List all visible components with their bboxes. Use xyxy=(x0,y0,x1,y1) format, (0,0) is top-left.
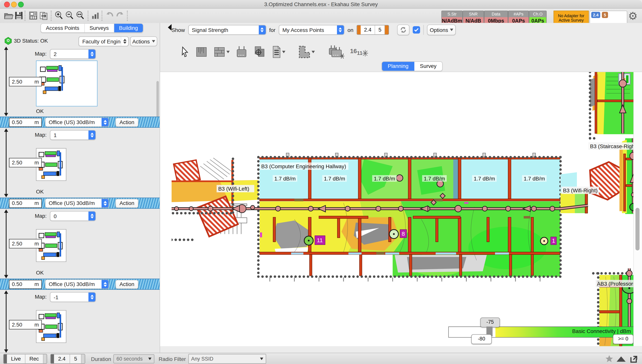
band-5-button[interactable]: 5 xyxy=(70,354,81,363)
stepper-icon[interactable] xyxy=(88,130,95,140)
map-select-value: 2 xyxy=(50,51,88,57)
actions-button[interactable]: Actions xyxy=(130,36,157,46)
wall-tool[interactable] xyxy=(213,46,230,58)
auto-refresh-checkbox[interactable] xyxy=(413,26,420,34)
mountain-triangle-icon[interactable] xyxy=(616,356,625,362)
export-project-button[interactable] xyxy=(39,10,49,21)
attenuation-area-tool[interactable] xyxy=(195,46,208,58)
floor-2-map-select[interactable]: 2 xyxy=(50,49,96,59)
zoom-fit-button[interactable] xyxy=(75,10,86,21)
survey-point[interactable] xyxy=(396,175,403,181)
radio-filter-select[interactable]: Any SSID xyxy=(188,354,266,364)
stepper-icon[interactable] xyxy=(337,26,344,34)
sidebar-scrollbar[interactable] xyxy=(157,81,159,117)
visualization-select[interactable]: Signal Strength xyxy=(188,25,266,35)
stepper-icon[interactable] xyxy=(102,280,109,288)
stepper-icon[interactable] xyxy=(102,118,109,126)
floppy-disk-icon xyxy=(14,11,23,20)
band-select-control: 2.4 5 xyxy=(50,354,85,364)
floor-0-map-select[interactable]: 0 xyxy=(50,211,96,221)
stepper-icon[interactable] xyxy=(88,212,95,220)
legend-min-value[interactable]: -80 xyxy=(471,334,492,344)
redo-button[interactable] xyxy=(115,10,126,21)
duration-value: 60 seconds xyxy=(117,356,143,362)
zone-tool[interactable] xyxy=(297,45,315,59)
export-share-icon[interactable] xyxy=(630,355,638,363)
sidebar-tab-bar: Access Points Surveys Building xyxy=(41,23,143,33)
open-file-button[interactable] xyxy=(3,10,14,21)
map-label: Map: xyxy=(35,132,47,138)
floor-1-height-field[interactable]: 2.50m xyxy=(9,158,42,167)
tab-access-points[interactable]: Access Points xyxy=(41,24,85,32)
height-unit: m xyxy=(35,78,39,85)
tab-planning[interactable]: Planning xyxy=(382,62,414,71)
stepper-icon[interactable] xyxy=(88,50,95,58)
ap-badge-11: 11 xyxy=(317,237,323,243)
on-label: on xyxy=(347,27,353,33)
floor-height-arrow xyxy=(6,47,6,116)
channels-tool[interactable]: 16 11 xyxy=(350,48,368,56)
band-24-toggle[interactable]: 2.4 xyxy=(361,26,375,34)
collapse-sidebar-icon[interactable] xyxy=(168,24,172,30)
chevron-down-icon xyxy=(282,51,285,53)
divider-height-field[interactable]: 0.50m xyxy=(9,199,42,208)
divider-action-button[interactable]: Action xyxy=(116,118,139,126)
floor-2-thumbnail-selected[interactable] xyxy=(36,60,97,106)
tab-building[interactable]: Building xyxy=(114,24,143,32)
undo-button[interactable] xyxy=(104,10,115,21)
building-select[interactable]: Faculty of Engineering xyxy=(79,36,129,46)
settings-gear-icon[interactable] xyxy=(628,10,637,22)
band-24-button[interactable]: 2.4 xyxy=(54,354,70,363)
floor-2-height-field[interactable]: 2.50m xyxy=(9,77,42,86)
floor-minus1-height-field[interactable]: 2.50m xyxy=(9,320,42,330)
floor-0-height-field[interactable]: 2.50m xyxy=(9,239,42,248)
redo-arrow-icon xyxy=(116,11,125,20)
stepper-icon[interactable] xyxy=(121,37,128,46)
floor-map-canvas[interactable]: 11 8 1 B3 (Computer Engineering Hallway)… xyxy=(172,72,642,346)
divider-height-field[interactable]: 0.50m xyxy=(9,280,42,289)
open-folder-icon xyxy=(4,11,14,20)
duration-select[interactable]: 60 seconds xyxy=(114,354,155,363)
refresh-button[interactable] xyxy=(397,24,410,35)
live-button[interactable]: Live xyxy=(7,354,25,363)
note-tool[interactable] xyxy=(271,46,285,58)
rec-button[interactable]: Rec xyxy=(25,354,43,363)
access-point-tool[interactable] xyxy=(236,46,248,58)
divider-action-button[interactable]: Action xyxy=(116,199,139,208)
checkmark-icon xyxy=(414,28,419,32)
simulated-ap-tool[interactable] xyxy=(326,44,344,59)
stepper-icon[interactable] xyxy=(88,292,95,302)
legend-max-value[interactable]: >= 0 xyxy=(613,334,633,344)
tab-survey[interactable]: Survey xyxy=(414,62,442,71)
divider-material-select[interactable]: Office (US) 30dB/m xyxy=(45,198,109,208)
statistics-button[interactable] xyxy=(90,10,101,21)
band-left-cap[interactable] xyxy=(357,26,361,34)
divider-height-field[interactable]: 0.50m xyxy=(9,118,42,126)
height-unit: m xyxy=(35,160,39,166)
floor-1-map-select[interactable]: 1 xyxy=(50,130,96,140)
survey-tool[interactable] xyxy=(253,46,266,58)
height-value: 0.50 xyxy=(12,119,22,125)
legend-handle-75[interactable]: -75 xyxy=(480,318,500,327)
band-right-cap[interactable] xyxy=(385,26,389,34)
select-tool[interactable] xyxy=(181,46,190,58)
options-button[interactable]: Options xyxy=(427,24,456,35)
wifi-right-label: B3 (Wifi-Right) xyxy=(563,188,598,194)
save-button[interactable] xyxy=(14,10,24,21)
divider-action-button[interactable]: Action xyxy=(116,280,139,289)
tab-surveys[interactable]: Surveys xyxy=(85,24,114,32)
stepper-icon[interactable] xyxy=(259,26,266,34)
divider-material-select[interactable]: Office (US) 30dB/m xyxy=(45,280,109,289)
zoom-in-button[interactable] xyxy=(54,10,64,21)
floor-minus1-map-select[interactable]: -1 xyxy=(50,292,96,302)
stepper-icon[interactable] xyxy=(102,199,109,208)
divider-material-select[interactable]: Office (US) 30dB/m xyxy=(45,118,109,127)
vertical-scrollbar[interactable] xyxy=(635,208,639,250)
reports-button[interactable] xyxy=(28,10,39,21)
favorite-star-icon[interactable] xyxy=(605,355,613,363)
ap-filter-select[interactable]: My Access Points xyxy=(279,25,344,35)
zoom-out-button[interactable] xyxy=(64,10,75,21)
report-form-icon xyxy=(29,11,38,20)
action-button-label: Action xyxy=(120,119,134,125)
band-5-toggle[interactable]: 5 xyxy=(375,26,385,34)
